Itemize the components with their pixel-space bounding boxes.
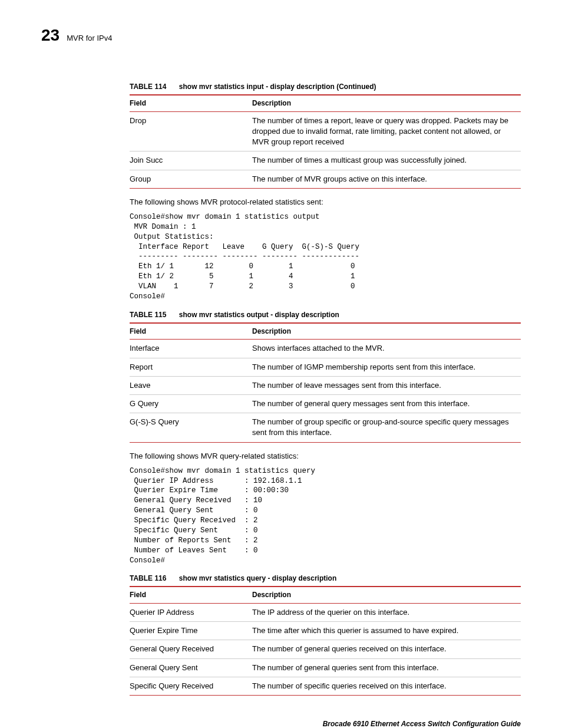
table-row: Drop The number of times a report, leave… bbox=[130, 111, 521, 151]
table114-head-field: Field bbox=[130, 95, 252, 111]
desc-cell: The number of MVR groups active on this … bbox=[252, 170, 521, 188]
desc-cell: The number of specific queries received … bbox=[252, 677, 521, 695]
desc-cell: Shows interfaces attached to the MVR. bbox=[252, 340, 521, 358]
table-row: Join Succ The number of times a multicas… bbox=[130, 151, 521, 170]
table-row: General Query Received The number of gen… bbox=[130, 640, 521, 658]
field-cell: Interface bbox=[130, 340, 252, 358]
table114-caption: TABLE 114 show mvr statistics input - di… bbox=[130, 82, 521, 92]
table-row: Interface Shows interfaces attached to t… bbox=[130, 340, 521, 358]
chapter-title: MVR for IPv4 bbox=[67, 33, 112, 44]
page-header: 23 MVR for IPv4 bbox=[41, 24, 521, 47]
table-row: Specific Query Received The number of sp… bbox=[130, 677, 521, 695]
field-cell: G Query bbox=[130, 394, 252, 413]
table115-label: TABLE 115 bbox=[130, 311, 166, 319]
field-cell: Querier IP Address bbox=[130, 604, 252, 622]
field-cell: Drop bbox=[130, 111, 252, 151]
table116: Field Description Querier IP Address The… bbox=[130, 586, 521, 696]
field-cell: Leave bbox=[130, 376, 252, 394]
table116-head-desc: Description bbox=[252, 587, 521, 603]
console-output: Console#show mvr domain 1 statistics que… bbox=[130, 466, 521, 566]
field-cell: G(-S)-S Query bbox=[130, 413, 252, 442]
field-cell: Group bbox=[130, 170, 252, 188]
desc-cell: The number of IGMP membership reports se… bbox=[252, 358, 521, 376]
table-row: G Query The number of general query mess… bbox=[130, 394, 521, 413]
console-output: Console#show mvr domain 1 statistics out… bbox=[130, 212, 521, 302]
desc-cell: The IP address of the querier on this in… bbox=[252, 604, 521, 622]
field-cell: Querier Expire Time bbox=[130, 622, 252, 640]
desc-cell: The number of leave messages sent from t… bbox=[252, 376, 521, 394]
table115-head-desc: Description bbox=[252, 323, 521, 340]
main-content: TABLE 114 show mvr statistics input - di… bbox=[130, 82, 521, 696]
table115-caption: TABLE 115 show mvr statistics output - d… bbox=[130, 310, 521, 320]
footer-right: Brocade 6910 Ethernet Access Switch Conf… bbox=[323, 719, 521, 728]
table116-title: show mvr statistics query - display desc… bbox=[179, 574, 336, 582]
desc-cell: The number of general queries received o… bbox=[252, 640, 521, 658]
table-row: General Query Sent The number of general… bbox=[130, 658, 521, 677]
table-row: Querier IP Address The IP address of the… bbox=[130, 604, 521, 622]
paragraph: The following shows MVR query-related st… bbox=[130, 451, 521, 462]
table116-label: TABLE 116 bbox=[130, 574, 166, 582]
book-title: Brocade 6910 Ethernet Access Switch Conf… bbox=[323, 720, 521, 728]
field-cell: Specific Query Received bbox=[130, 677, 252, 695]
paragraph: The following shows MVR protocol-related… bbox=[130, 197, 521, 207]
table-row: Group The number of MVR groups active on… bbox=[130, 170, 521, 188]
table114-title: show mvr statistics input - display desc… bbox=[179, 83, 376, 91]
desc-cell: The number of times a multicast group wa… bbox=[252, 151, 521, 170]
table116-caption: TABLE 116 show mvr statistics query - di… bbox=[130, 574, 521, 584]
table114-label: TABLE 114 bbox=[130, 83, 166, 91]
desc-cell: The number of group specific or group-an… bbox=[252, 413, 521, 442]
field-cell: General Query Received bbox=[130, 640, 252, 658]
chapter-number: 23 bbox=[41, 24, 59, 47]
field-cell: Report bbox=[130, 358, 252, 376]
desc-cell: The number of general queries sent from … bbox=[252, 658, 521, 677]
table-row: Leave The number of leave messages sent … bbox=[130, 376, 521, 394]
field-cell: General Query Sent bbox=[130, 658, 252, 677]
page-footer: 490 Brocade 6910 Ethernet Access Switch … bbox=[41, 719, 521, 728]
table116-head-field: Field bbox=[130, 587, 252, 603]
table-row: Report The number of IGMP membership rep… bbox=[130, 358, 521, 376]
table115-head-field: Field bbox=[130, 323, 252, 340]
table114-head-desc: Description bbox=[252, 95, 521, 111]
field-cell: Join Succ bbox=[130, 151, 252, 170]
table-row: G(-S)-S Query The number of group specif… bbox=[130, 413, 521, 442]
desc-cell: The number of general query messages sen… bbox=[252, 394, 521, 413]
desc-cell: The time after which this querier is ass… bbox=[252, 622, 521, 640]
desc-cell: The number of times a report, leave or q… bbox=[252, 111, 521, 151]
table115-title: show mvr statistics output - display des… bbox=[179, 311, 339, 319]
table114: Field Description Drop The number of tim… bbox=[130, 94, 521, 189]
table115: Field Description Interface Shows interf… bbox=[130, 322, 521, 443]
table-row: Querier Expire Time The time after which… bbox=[130, 622, 521, 640]
